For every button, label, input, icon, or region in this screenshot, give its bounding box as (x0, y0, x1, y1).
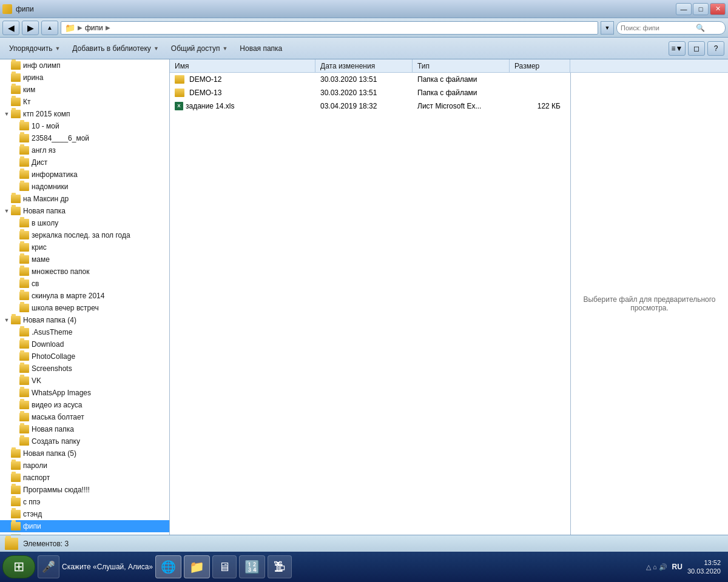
col-header-date[interactable]: Дата изменения (315, 59, 413, 72)
expand-icon (2, 84, 11, 96)
toolbar: Упорядочить ▼ Добавить в библиотеку ▼ Об… (0, 38, 728, 59)
sidebar-item-label: школа вечер встреч (32, 304, 99, 312)
sidebar-item[interactable]: стэнд (0, 508, 169, 520)
taskbar-screen[interactable]: 🖥 (212, 555, 237, 578)
sidebar-item[interactable]: на Максин др (0, 193, 169, 205)
title-bar: фипи — □ ✕ (0, 0, 728, 18)
close-button[interactable]: ✕ (710, 3, 726, 15)
sidebar-item[interactable]: скинула в марте 2014 (0, 290, 169, 302)
share-button[interactable]: Общий доступ ▼ (166, 40, 234, 57)
address-dropdown[interactable]: ▼ (601, 21, 614, 35)
sidebar-item[interactable]: WhatsApp Images (0, 387, 169, 399)
sidebar-item[interactable]: Новая папка (5) (0, 447, 169, 460)
taskbar-winrar[interactable]: 🗜 (268, 555, 292, 578)
col-header-size[interactable]: Размер (510, 59, 570, 72)
sidebar-item[interactable]: ким (0, 84, 169, 96)
file-row[interactable]: Xзадание 14.xls03.04.2019 18:32Лист Micr… (170, 99, 570, 113)
sidebar-tree: инф олимпиринакимКт▼ктп 2015 комп10 - мо… (0, 59, 170, 535)
sidebar-item[interactable]: ирина (0, 72, 169, 84)
sidebar-item[interactable]: PhotoCollage (0, 350, 169, 363)
forward-button[interactable]: ▶ (22, 21, 39, 35)
start-button[interactable]: ⊞ (2, 555, 35, 578)
sidebar-item[interactable]: 23584____6_мой (0, 132, 169, 144)
clock-time: 13:52 (704, 558, 721, 567)
sidebar-item[interactable]: маська болтает (0, 411, 169, 423)
sidebar-item[interactable]: крис (0, 241, 169, 253)
folder-icon (11, 110, 21, 118)
sidebar-item[interactable]: множество папок (0, 266, 169, 278)
sidebar-item-label: inf_oge_2020_proekt.zip (23, 534, 103, 535)
sidebar-item[interactable]: св (0, 278, 169, 290)
sidebar-item[interactable]: ▼ктп 2015 комп (0, 108, 169, 120)
sidebar-item[interactable]: Кт (0, 96, 169, 108)
maximize-button[interactable]: □ (693, 3, 709, 15)
folder-icon (19, 292, 29, 300)
expand-icon (2, 520, 11, 532)
sidebar-item[interactable]: информатика (0, 169, 169, 181)
sidebar-item[interactable]: зеркалка послед. за пол года (0, 229, 169, 241)
sidebar-item-label: ктп 2015 комп (23, 110, 70, 118)
preview-text: Выберите файл для предварительного просм… (577, 295, 722, 312)
add-library-arrow: ▼ (153, 45, 159, 52)
sidebar-item[interactable]: пароли (0, 460, 169, 472)
sidebar-item[interactable]: VK (0, 375, 169, 387)
col-header-type[interactable]: Тип (413, 59, 510, 72)
sidebar-item[interactable]: ▼Новая папка (0, 205, 169, 217)
sidebar-item[interactable]: маме (0, 253, 169, 266)
up-button[interactable]: ▲ (41, 21, 58, 35)
folder-icon (19, 401, 29, 409)
file-excel-icon: X (175, 102, 183, 110)
sidebar-item[interactable]: Дист (0, 156, 169, 169)
sidebar-item-label: Новая папка (4) (23, 316, 76, 324)
sidebar-item[interactable]: Screenshots (0, 363, 169, 375)
address-path[interactable]: 📁 ▶ фипи ▶ (61, 21, 598, 35)
sidebar-item[interactable]: ▼Новая папка (4) (0, 314, 169, 326)
expand-icon (11, 423, 19, 435)
sidebar-item[interactable]: паспорт (0, 472, 169, 484)
expand-icon (11, 326, 19, 338)
minimize-button[interactable]: — (676, 3, 692, 15)
taskbar-calc[interactable]: 🔢 (239, 555, 265, 578)
sidebar-item[interactable]: видео из асуса (0, 399, 169, 411)
view-options-button[interactable]: ≡▼ (669, 41, 686, 56)
search-input[interactable] (621, 24, 693, 32)
sidebar-item[interactable]: инф олимп (0, 59, 169, 72)
cortana-text[interactable]: Скажите «Слушай, Алиса» (62, 563, 153, 571)
file-row[interactable]: DEMO-1330.03.2020 13:51Папка с файлами (170, 86, 570, 99)
organize-button[interactable]: Упорядочить ▼ (4, 40, 66, 57)
sidebar-item[interactable]: Новая папка (0, 423, 169, 435)
sidebar-item[interactable]: .AsusTheme (0, 326, 169, 338)
sidebar-item-label: Screenshots (32, 364, 72, 373)
folder-icon (19, 122, 29, 130)
sidebar-item[interactable]: с ппэ (0, 496, 169, 508)
taskbar-chrome[interactable]: 🌐 (155, 555, 181, 578)
expand-icon (11, 302, 19, 314)
help-button[interactable]: ? (707, 41, 724, 56)
taskbar-explorer[interactable]: 📁 (184, 555, 210, 578)
sidebar-item[interactable]: Создать папку (0, 435, 169, 447)
sidebar-item[interactable]: англ яз (0, 144, 169, 156)
sidebar-item-label: Новая папка (23, 207, 66, 215)
expand-icon (11, 144, 19, 156)
sidebar-item[interactable]: надомники (0, 181, 169, 193)
mic-button[interactable]: 🎤 (38, 555, 59, 578)
new-folder-button[interactable]: Новая папка (234, 40, 288, 57)
sidebar-item[interactable]: 10 - мой (0, 120, 169, 132)
col-header-name[interactable]: Имя (170, 59, 315, 72)
sidebar-item[interactable]: ZIPinf_oge_2020_proekt.zip (0, 532, 169, 535)
sidebar-item[interactable]: Download (0, 338, 169, 350)
hide-pane-button[interactable]: ◻ (688, 41, 705, 56)
back-button[interactable]: ◀ (2, 21, 19, 35)
sidebar-item[interactable]: в школу (0, 217, 169, 229)
sidebar-item[interactable]: фипи (0, 520, 169, 532)
folder-icon (11, 73, 21, 82)
add-library-button[interactable]: Добавить в библиотеку ▼ (67, 40, 164, 57)
sidebar-item[interactable]: Программы сюда!!!! (0, 484, 169, 496)
language-indicator: RU (672, 563, 682, 571)
search-box[interactable]: 🔍 (616, 21, 726, 35)
file-row[interactable]: DEMO-1230.03.2020 13:51Папка с файлами (170, 73, 570, 86)
expand-icon (11, 120, 19, 132)
file-folder-icon (175, 89, 184, 97)
sidebar-item[interactable]: школа вечер встреч (0, 302, 169, 314)
expand-icon: ▼ (2, 205, 11, 217)
